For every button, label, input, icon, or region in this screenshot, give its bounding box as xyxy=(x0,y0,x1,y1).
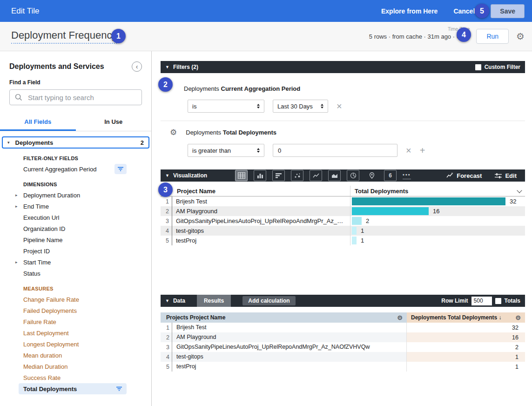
filter-operator-select[interactable]: is xyxy=(188,100,264,113)
table-icon[interactable] xyxy=(235,170,248,181)
add-calculation-button[interactable]: Add calculation xyxy=(242,296,295,305)
data-column-project-name[interactable]: Projects Project Name ⚙ xyxy=(161,312,407,323)
project-name-cell: GitOpsSanityPipeLinesAutoProj_UpRelRepoA… xyxy=(172,342,406,352)
viz-table-row[interactable]: 4test-gitops1 xyxy=(161,226,525,236)
field-item[interactable]: Change Failure Rate xyxy=(0,294,151,305)
topbar-actions: Explore from Here Cancel Save xyxy=(381,4,525,18)
gear-icon[interactable]: ⚙ xyxy=(397,315,403,321)
data-table-row[interactable]: 3GitOpsSanityPipeLinesAutoProj_UpRelRepo… xyxy=(161,342,525,352)
view-group-deployments[interactable]: ▾ Deployments 2 xyxy=(2,136,149,149)
single-value-icon[interactable]: 6 xyxy=(384,170,397,181)
data-column-total-deployments[interactable]: Deployments Total Deployments ↓ ⚙ xyxy=(407,312,525,323)
value-bar[interactable] xyxy=(352,207,429,215)
collapse-filters-icon[interactable]: ▼ xyxy=(165,65,169,69)
data-table-row[interactable]: 1Brijesh Test32 xyxy=(161,323,525,332)
expand-caret-icon[interactable]: ▸ xyxy=(15,260,18,264)
add-filter-icon[interactable]: + xyxy=(420,146,425,155)
field-item[interactable]: Failure Rate xyxy=(0,316,151,327)
project-name-cell: Brijesh Test xyxy=(172,323,406,332)
field-item[interactable]: Success Rate xyxy=(0,372,151,383)
more-viz-types-icon[interactable]: ••• xyxy=(403,172,411,179)
filter-gear-icon[interactable]: ⚙ xyxy=(170,129,177,136)
field-item[interactable]: Organization ID xyxy=(0,223,151,234)
data-table-row[interactable]: 2AM Playground16 xyxy=(161,332,525,342)
field-item[interactable]: Status xyxy=(0,268,151,279)
expand-caret-icon[interactable]: ▸ xyxy=(15,193,18,197)
visualization-panel-bar[interactable]: ▼ Visualization xyxy=(161,169,525,182)
explore-from-here-link[interactable]: Explore from Here xyxy=(381,7,438,15)
field-item[interactable]: Median Duration xyxy=(0,361,151,372)
column-chart-icon[interactable] xyxy=(254,170,266,181)
data-table-row[interactable]: 5testProj1 xyxy=(161,362,525,372)
viz-table-row[interactable]: 1Brijesh Test32 xyxy=(161,196,525,206)
field-item[interactable]: ▸Start Time xyxy=(0,257,151,268)
line-chart-icon[interactable] xyxy=(310,170,322,181)
filter-value-select[interactable]: Last 30 Days xyxy=(273,100,328,113)
value-bar[interactable] xyxy=(352,237,357,244)
expand-caret-icon[interactable]: ▸ xyxy=(15,204,18,209)
custom-filter-checkbox[interactable] xyxy=(475,64,481,70)
data-table-row[interactable]: 4test-gitops1 xyxy=(161,352,525,362)
field-list: FILTER-ONLY FIELDSCurrent Aggregation Pe… xyxy=(0,153,151,394)
divider xyxy=(161,121,525,121)
page-title[interactable]: Deployment Frequency xyxy=(11,29,117,44)
field-item[interactable]: Current Aggregation Period xyxy=(0,163,151,175)
field-item[interactable]: Longest Deployment xyxy=(0,338,151,350)
value-bar[interactable] xyxy=(352,217,362,225)
tab-all-fields[interactable]: All Fields xyxy=(0,114,76,131)
filters-panel-bar[interactable]: ▼ Filters (2) Custom Filter xyxy=(161,61,525,73)
remove-filter-icon[interactable]: × xyxy=(406,146,411,155)
viz-table-row[interactable]: 2AM Playground16 xyxy=(161,206,525,216)
field-search-box[interactable] xyxy=(9,89,142,105)
run-button[interactable]: Run xyxy=(476,29,509,44)
collapse-visualization-icon[interactable]: ▼ xyxy=(165,173,169,178)
viz-table-row[interactable]: 5testProj1 xyxy=(161,236,525,245)
field-item[interactable]: Pipeline Name xyxy=(0,234,151,245)
area-chart-icon[interactable] xyxy=(328,170,341,181)
total-deployments-cell: 32 xyxy=(406,323,525,332)
cancel-link[interactable]: Cancel xyxy=(453,7,475,15)
totals-checkbox[interactable] xyxy=(495,298,501,304)
gear-icon[interactable]: ⚙ xyxy=(516,32,525,41)
value-bar[interactable] xyxy=(352,197,505,205)
field-label: Change Failure Rate xyxy=(23,296,79,303)
remove-filter-icon[interactable]: × xyxy=(337,102,342,111)
chevron-down-icon[interactable] xyxy=(517,188,522,193)
value-bar[interactable] xyxy=(352,227,357,235)
viz-table-row[interactable]: 3GitOpsSanityPipeLinesAutoProj_UpRelRepo… xyxy=(161,216,525,226)
field-item[interactable]: Project ID xyxy=(0,245,151,257)
field-item[interactable]: Mean duration xyxy=(0,350,151,361)
gear-icon[interactable]: ⚙ xyxy=(515,315,521,321)
pie-chart-icon[interactable] xyxy=(347,170,359,181)
row-limit-input[interactable] xyxy=(471,297,492,305)
row-number: 4 xyxy=(161,226,172,236)
filter-operator-select[interactable]: is greater than xyxy=(188,144,264,157)
edit-viz-button[interactable]: Edit xyxy=(495,172,517,179)
collapse-sidebar-icon[interactable]: ‹ xyxy=(132,61,142,72)
viz-column-total-deployments[interactable]: Total Deployments xyxy=(350,188,525,195)
field-item[interactable]: Failed Deployments xyxy=(0,305,151,316)
tab-in-use[interactable]: In Use xyxy=(76,114,152,131)
field-item[interactable]: Last Deployment xyxy=(0,327,151,338)
field-label: Pipeline Name xyxy=(23,237,63,244)
forecast-button[interactable]: Forecast xyxy=(446,172,482,179)
field-search-input[interactable] xyxy=(28,94,137,102)
select-arrows-icon xyxy=(321,104,323,108)
filter-value-input[interactable] xyxy=(273,144,397,157)
row-limit-label: Row Limit xyxy=(441,298,468,304)
save-button[interactable]: Save xyxy=(491,4,525,18)
bar-chart-icon[interactable] xyxy=(272,170,285,181)
filter-icon[interactable] xyxy=(114,164,127,174)
viz-column-project-name[interactable]: Project Name xyxy=(172,186,350,196)
field-item[interactable]: ▸Deployment Duration xyxy=(0,189,151,201)
field-item[interactable]: Total Deployments xyxy=(19,383,127,394)
field-section-header: FILTER-ONLY FIELDS xyxy=(0,153,151,163)
results-tab[interactable]: Results xyxy=(197,295,231,307)
scatter-plot-icon[interactable] xyxy=(291,170,303,181)
data-panel-bar[interactable]: ▼ Data Results Add calculation Row Limit… xyxy=(161,295,525,307)
field-item[interactable]: Execution Url xyxy=(0,212,151,223)
field-item[interactable]: ▸End Time xyxy=(0,201,151,212)
filter-icon[interactable] xyxy=(113,384,125,394)
map-pin-icon[interactable] xyxy=(365,170,378,181)
collapse-data-icon[interactable]: ▼ xyxy=(165,298,169,303)
